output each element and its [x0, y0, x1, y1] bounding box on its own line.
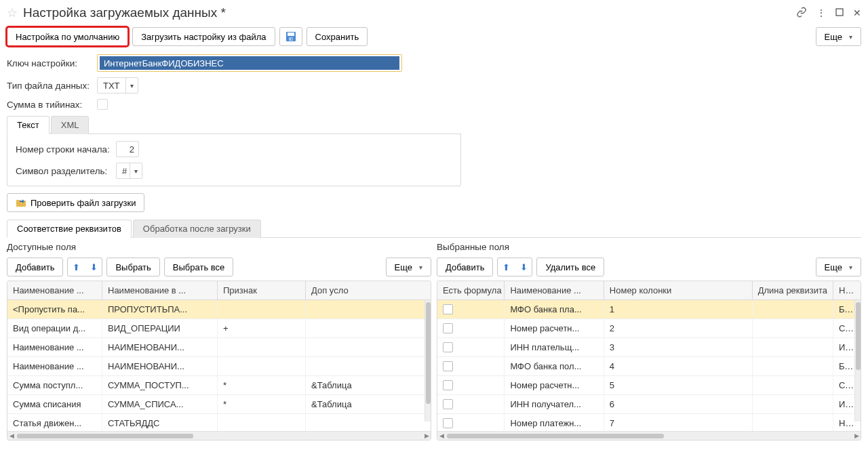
- window-maximize-icon[interactable]: [835, 7, 844, 18]
- file-type-select[interactable]: TXT ▾: [97, 77, 138, 94]
- format-section: Текст XML Номер строки начала: 2 Символ …: [7, 115, 461, 186]
- file-type-label: Тип файла данных:: [7, 81, 92, 91]
- table-row[interactable]: Наименование ...НАИМЕНОВАНИ...: [7, 338, 431, 357]
- tab-text[interactable]: Текст: [7, 116, 50, 134]
- table-row[interactable]: МФО банка пла...1БАН: [437, 300, 861, 319]
- table-row[interactable]: Сумма поступл...СУММА_ПОСТУП...*&Таблица: [7, 376, 431, 395]
- file-type-row: Тип файла данных: TXT ▾: [7, 77, 861, 94]
- table-row[interactable]: Номер платежн...7НОМ: [437, 414, 861, 431]
- formula-checkbox[interactable]: [443, 323, 453, 333]
- sum-tiyin-label: Сумма в тийинах:: [7, 100, 92, 110]
- table-row[interactable]: Статья движен...СТАТЬЯДДС: [7, 414, 431, 431]
- table-row[interactable]: Номер расчетн...2СЧЕТ: [437, 319, 861, 338]
- svg-rect-3: [289, 37, 293, 41]
- key-label: Ключ настройки:: [7, 58, 92, 68]
- table-row[interactable]: МФО банка пол...4БАН: [437, 357, 861, 376]
- kebab-menu-icon[interactable]: ⋮: [816, 7, 826, 18]
- formula-checkbox[interactable]: [443, 342, 453, 352]
- load-from-file-button[interactable]: Загрузить настройку из файла: [132, 27, 275, 46]
- move-down-button[interactable]: [86, 259, 101, 275]
- left-more-button[interactable]: Еще: [386, 258, 431, 276]
- svg-rect-4: [291, 38, 292, 40]
- table-row[interactable]: Сумма списанияСУММА_СПИСА...*&Таблица: [7, 395, 431, 414]
- format-tab-strip: Текст XML: [7, 115, 461, 134]
- left-select-button[interactable]: Выбрать: [106, 258, 159, 276]
- page-title: Настройка загружаемых данных *: [23, 5, 226, 20]
- formula-checkbox[interactable]: [443, 304, 453, 314]
- table-row[interactable]: Наименование ...НАИМЕНОВАНИ...: [7, 357, 431, 376]
- more-button[interactable]: Еще: [816, 27, 861, 46]
- right-add-button[interactable]: Добавить: [437, 258, 493, 276]
- move-down-button[interactable]: [516, 259, 531, 275]
- start-row-input[interactable]: 2: [116, 141, 139, 157]
- save-button[interactable]: Сохранить: [307, 27, 368, 46]
- right-delete-all-button[interactable]: Удалить все: [536, 258, 604, 276]
- table-row[interactable]: ИНН плательщ...3ИНН: [437, 338, 861, 357]
- formula-checkbox[interactable]: [443, 399, 453, 409]
- formula-checkbox[interactable]: [443, 380, 453, 390]
- sum-tiyin-checkbox[interactable]: [97, 99, 108, 110]
- available-fields-grid[interactable]: Наименование ... Наименование в ... Приз…: [7, 281, 431, 440]
- title-bar: ☆ Настройка загружаемых данных * ⋮ ✕: [7, 4, 861, 27]
- link-icon[interactable]: [796, 7, 807, 20]
- window-close-icon[interactable]: ✕: [853, 7, 861, 18]
- table-row[interactable]: Вид операции д...ВИД_ОПЕРАЦИИ+: [7, 319, 431, 338]
- vertical-scrollbar[interactable]: [425, 300, 431, 421]
- svg-rect-0: [836, 9, 843, 16]
- right-more-button[interactable]: Еще: [816, 258, 861, 276]
- key-input[interactable]: ИнтернетБанкФИДОБИЗНЕС: [97, 54, 402, 72]
- selected-fields-grid[interactable]: Есть формула Наименование ... Номер коло…: [437, 281, 861, 440]
- delimiter-select[interactable]: # ▾: [116, 163, 142, 179]
- move-up-button[interactable]: [68, 259, 83, 275]
- key-row: Ключ настройки: ИнтернетБанкФИДОБИЗНЕС: [7, 54, 861, 72]
- tab-post-processing[interactable]: Обработка после загрузки: [133, 220, 261, 238]
- favorite-star-icon[interactable]: ☆: [7, 5, 18, 20]
- vertical-scrollbar[interactable]: [854, 300, 861, 421]
- grid-header: Наименование ... Наименование в ... Приз…: [7, 281, 431, 300]
- folder-open-icon: [16, 197, 26, 208]
- start-row-label: Номер строки начала:: [16, 144, 111, 155]
- selected-fields-panel: Выбранные поля Добавить Удалить все Еще …: [437, 238, 861, 440]
- horizontal-scrollbar[interactable]: ◀ ▶: [437, 431, 861, 440]
- formula-checkbox[interactable]: [443, 361, 453, 371]
- table-row[interactable]: Номер расчетн...5СЧЕТ: [437, 376, 861, 395]
- chevron-down-icon[interactable]: ▾: [130, 167, 142, 175]
- main-toolbar: Настройка по умолчанию Загрузить настрой…: [7, 27, 861, 46]
- table-row[interactable]: ИНН получател...6ИНН: [437, 395, 861, 414]
- sum-tiyin-row: Сумма в тийинах:: [7, 99, 861, 110]
- tab-xml[interactable]: XML: [51, 116, 90, 134]
- grid-header: Есть формула Наименование ... Номер коло…: [437, 281, 861, 300]
- move-up-button[interactable]: [498, 259, 513, 275]
- save-to-disk-button[interactable]: [279, 27, 302, 46]
- formula-checkbox[interactable]: [443, 418, 453, 428]
- mapping-tab-strip: Соответствие реквизитов Обработка после …: [7, 219, 861, 238]
- svg-rect-2: [288, 33, 294, 36]
- available-fields-title: Доступные поля: [7, 242, 431, 252]
- chevron-down-icon[interactable]: ▾: [126, 82, 138, 89]
- check-upload-file-button[interactable]: Проверить файл загрузки: [7, 193, 144, 212]
- default-settings-button[interactable]: Настройка по умолчанию: [7, 27, 128, 46]
- horizontal-scrollbar[interactable]: ◀ ▶: [7, 431, 431, 440]
- left-add-button[interactable]: Добавить: [7, 258, 63, 276]
- available-fields-panel: Доступные поля Добавить Выбрать Выбрать …: [7, 238, 431, 440]
- selected-fields-title: Выбранные поля: [437, 242, 861, 252]
- table-row[interactable]: <Пропустить па...ПРОПУСТИТЬПА...: [7, 300, 431, 319]
- floppy-disk-icon: [285, 31, 296, 42]
- delimiter-label: Символ разделитель:: [16, 166, 111, 176]
- tab-mapping[interactable]: Соответствие реквизитов: [7, 220, 132, 238]
- left-select-all-button[interactable]: Выбрать все: [164, 258, 233, 276]
